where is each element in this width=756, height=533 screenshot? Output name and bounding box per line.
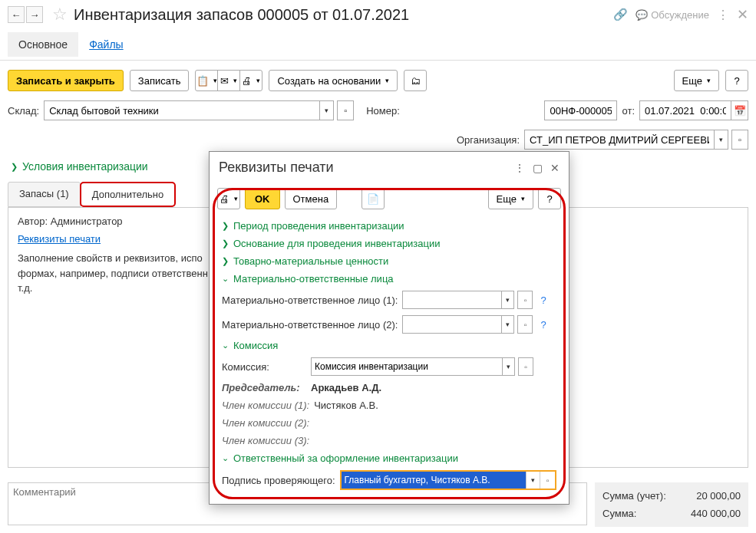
member2-label: Член комиссии (2): [222,417,309,429]
mol1-input[interactable] [402,291,502,309]
org-dropdown[interactable]: ▾ [715,130,728,150]
from-label: от: [622,105,635,117]
chevron-right-icon: ❯ [11,162,18,172]
chevron-right-icon: ❯ [222,239,229,248]
number-label: Номер: [366,105,400,117]
discussion-button[interactable]: 💬 Обсуждение [636,9,709,21]
mol2-input[interactable] [402,315,502,334]
number-input[interactable] [544,100,617,120]
member3-label: Член комиссии (3): [222,435,309,446]
totals-panel: Сумма (учет):20 000,00 Сумма:440 000,00 [595,482,748,527]
dialog-title: Реквизиты печати [219,160,514,176]
create-based-button[interactable]: Создать на основании▾ [269,70,398,91]
dialog-settings-button[interactable]: 📄 [361,188,385,209]
copy-icon: 📋 [196,75,209,87]
titlebar: ← → ☆ Инвентаризация запасов 000005 от 0… [0,0,756,29]
sum-accounting-value: 20 000,00 [696,490,741,502]
nav-forward-button[interactable]: → [26,6,43,23]
commission-open[interactable]: ▫ [518,357,533,376]
mol2-open[interactable]: ▫ [517,315,533,334]
member1-label: Член комиссии (1): [222,400,309,411]
org-label: Организация: [457,134,520,146]
chevron-down-icon: ⌄ [222,341,229,350]
mol2-dropdown[interactable]: ▾ [502,315,514,334]
dialog-cancel-button[interactable]: Отмена [285,188,338,209]
save-button[interactable]: Записать [130,70,190,91]
group-mol[interactable]: ⌄Материально-ответственные лица [222,270,556,288]
calendar-icon[interactable]: 📅 [731,100,748,120]
chat-icon: 💬 [636,9,648,21]
chevron-down-icon: ⌄ [222,453,229,463]
group-responsible[interactable]: ⌄Ответственный за оформление инвентариза… [222,449,556,467]
sum-value: 440 000,00 [691,508,741,519]
org-open[interactable]: ▫ [731,130,748,150]
more-button[interactable]: Еще▾ [674,70,719,91]
chevron-right-icon: ❯ [222,221,229,231]
dialog-print-button[interactable]: 🖨▾ [217,188,240,209]
page-title: Инвентаризация запасов 000005 от 01.07.2… [74,6,613,24]
dialog-more-icon[interactable]: ⋮ [514,162,525,174]
tab-stocks[interactable]: Запасы (1) [8,182,81,207]
group-tmc[interactable]: ❯Товарно-материальные ценности [222,252,556,270]
structure-icon: 🗂 [411,75,421,87]
signature-input[interactable] [342,472,526,489]
structure-icon-button[interactable]: 🗂 [404,70,427,91]
dialog-close-icon[interactable]: ✕ [550,162,560,174]
subnav-files[interactable]: Файлы [78,32,134,57]
print-requisites-dialog: Реквизиты печати ⋮ ▢ ✕ 🖨▾ OK Отмена 📄 Ещ… [209,151,569,505]
signature-label: Подпись проверяющего: [222,475,335,486]
author-label: Автор: [18,216,48,227]
print-icon: 🖨 [242,75,252,87]
chevron-down-icon: ⌄ [222,274,229,284]
mail-icon: ✉ [220,75,229,87]
warehouse-dropdown[interactable]: ▾ [320,100,334,120]
group-commission[interactable]: ⌄Комиссия [222,337,556,354]
main-toolbar: Записать и закрыть Записать 📋▾ ✉▾ 🖨▾ Соз… [0,67,756,94]
sum-accounting-label: Сумма (учет): [602,490,666,502]
save-close-button[interactable]: Записать и закрыть [8,70,124,91]
signature-open[interactable]: ▫ [540,472,555,489]
link-icon[interactable]: 🔗 [613,8,628,21]
warehouse-open[interactable]: ▫ [337,100,354,120]
warehouse-input[interactable] [44,100,320,120]
print-icon-button[interactable]: 🖨▾ [239,70,262,91]
mol2-label: Материально-ответственное лицо (2): [222,319,398,331]
sub-navigation: Основное Файлы [0,32,756,57]
chairman-label: Председатель: [222,382,306,393]
chairman-value: Аркадьев А.Д. [311,382,381,393]
group-period[interactable]: ❯Период проведения инвентаризации [222,217,556,235]
org-input[interactable] [524,130,715,150]
sum-label: Сумма: [602,508,636,519]
mol1-label: Материально-ответственное лицо (1): [222,294,398,306]
dialog-maximize-icon[interactable]: ▢ [533,162,543,174]
settings-icon: 📄 [367,193,379,205]
date-input[interactable] [639,100,731,120]
signature-dropdown[interactable]: ▾ [526,472,540,489]
dialog-ok-button[interactable]: OK [245,188,280,209]
favorite-star-icon[interactable]: ☆ [52,5,68,25]
subnav-main[interactable]: Основное [8,32,78,57]
dialog-help-button[interactable]: ? [538,188,561,209]
help-icon[interactable]: ? [540,294,546,306]
commission-dropdown[interactable]: ▾ [503,357,515,376]
commission-input[interactable] [311,357,503,376]
mol1-dropdown[interactable]: ▾ [502,291,514,309]
nav-back-button[interactable]: ← [8,6,25,23]
warehouse-label: Склад: [8,105,39,117]
copy-icon-button[interactable]: 📋▾ [195,70,218,91]
mol1-open[interactable]: ▫ [517,291,533,309]
group-basis[interactable]: ❯Основание для проведения инвентаризации [222,235,556,252]
more-menu-icon[interactable]: ⋮ [717,8,729,22]
commission-label: Комиссия: [222,361,306,373]
member1-value: Чистяков А.В. [314,400,378,411]
dialog-more-button[interactable]: Еще▾ [488,188,533,209]
author-value: Администратор [51,216,123,227]
chevron-right-icon: ❯ [222,256,229,266]
print-icon: 🖨 [220,193,229,205]
help-button[interactable]: ? [725,70,748,91]
tab-additional[interactable]: Дополнительно [80,182,177,207]
help-icon[interactable]: ? [540,319,546,331]
close-icon[interactable]: ✕ [737,6,748,23]
print-requisites-link[interactable]: Реквизиты печати [18,233,101,245]
mail-icon-button[interactable]: ✉▾ [217,70,240,91]
